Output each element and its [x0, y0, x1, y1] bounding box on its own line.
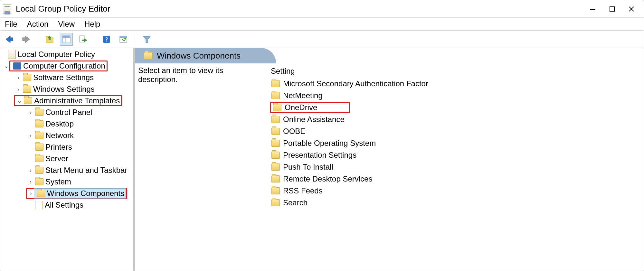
- settings-list-item[interactable]: Push To Install: [270, 161, 640, 173]
- settings-list-item-label: NetMeeting: [283, 91, 323, 100]
- title-bar: Local Group Policy Editor: [0, 0, 644, 18]
- menu-file[interactable]: File: [5, 20, 17, 29]
- tree-server[interactable]: › Server: [0, 153, 133, 164]
- tree-computer-configuration[interactable]: ⌄ Computer Configuration: [0, 60, 133, 72]
- annotation-highlight: ⌄ Administrative Templates: [14, 95, 122, 106]
- folder-icon: [273, 104, 281, 111]
- settings-list-item[interactable]: RSS Feeds: [270, 185, 640, 197]
- settings-list-item[interactable]: OOBE: [270, 125, 640, 137]
- back-button[interactable]: [3, 33, 16, 46]
- details-pane: Windows Components Select an item to vie…: [135, 48, 644, 271]
- tree-printers[interactable]: › Printers: [0, 141, 133, 153]
- toolbar: ?: [0, 31, 644, 48]
- tree-software-settings[interactable]: › Software Settings: [0, 72, 133, 83]
- settings-list-item[interactable]: Remote Desktop Services: [270, 173, 640, 185]
- expander-icon[interactable]: ›: [27, 167, 34, 174]
- settings-list-item[interactable]: Online Assistance: [270, 113, 640, 125]
- expander-icon[interactable]: ›: [27, 109, 34, 116]
- folder-icon: [35, 109, 43, 116]
- window-title: Local Group Policy Editor: [16, 4, 110, 14]
- help-button[interactable]: ?: [100, 33, 113, 46]
- expander-icon[interactable]: ›: [27, 179, 34, 185]
- settings-list-item[interactable]: NetMeeting: [270, 89, 640, 101]
- annotation-highlight: › Windows Components: [26, 188, 127, 199]
- settings-list-item[interactable]: Presentation Settings: [270, 149, 640, 161]
- settings-list-item-label: Online Assistance: [283, 115, 345, 124]
- svg-rect-17: [120, 36, 127, 38]
- tree-administrative-templates[interactable]: ⌄ Administrative Templates: [0, 95, 133, 107]
- tree-windows-settings[interactable]: › Windows Settings: [0, 83, 133, 95]
- show-hide-tree-button[interactable]: [60, 33, 73, 46]
- settings-list-header: Setting: [270, 66, 640, 78]
- folder-icon: [23, 74, 31, 81]
- filter-button[interactable]: [140, 33, 153, 46]
- expander-icon[interactable]: ⌄: [3, 62, 9, 70]
- settings-list-item[interactable]: OneDrive: [270, 101, 640, 113]
- description-text: Select an item to view its description.: [138, 66, 264, 84]
- expander-icon[interactable]: ›: [27, 132, 34, 139]
- tree-network[interactable]: › Network: [0, 130, 133, 141]
- tree-windows-components[interactable]: › Windows Components: [0, 188, 133, 199]
- maximize-button[interactable]: [602, 2, 622, 16]
- folder-icon: [24, 97, 32, 104]
- settings-list-item-label: Microsoft Secondary Authentication Facto…: [283, 79, 428, 88]
- tree-all-settings[interactable]: › All Settings: [0, 199, 133, 211]
- settings-list-item-label: Search: [283, 198, 308, 207]
- settings-list-item-label: OOBE: [283, 127, 305, 136]
- close-button[interactable]: [622, 2, 641, 16]
- settings-list-item-label: Presentation Settings: [283, 151, 356, 160]
- folder-icon: [37, 190, 45, 197]
- folder-icon: [271, 164, 280, 171]
- annotation-highlight: Computer Configuration: [9, 61, 108, 71]
- tree-control-panel[interactable]: › Control Panel: [0, 107, 133, 118]
- menu-action[interactable]: Action: [27, 20, 49, 29]
- settings-list-item[interactable]: Portable Operating System: [270, 137, 640, 149]
- tree-start-menu-and-taskbar[interactable]: › Start Menu and Taskbar: [0, 164, 133, 176]
- tree-desktop[interactable]: › Desktop: [0, 118, 133, 130]
- forward-button[interactable]: [20, 33, 33, 46]
- folder-icon: [23, 86, 31, 93]
- policy-document-icon: [8, 50, 16, 59]
- description-column: Select an item to view its description.: [135, 66, 267, 271]
- folder-icon: [35, 120, 43, 127]
- folder-icon: [271, 128, 280, 135]
- settings-list-item[interactable]: Search: [270, 197, 640, 209]
- settings-list[interactable]: Setting Microsoft Secondary Authenticati…: [267, 66, 644, 271]
- expander-icon[interactable]: ⌄: [16, 97, 23, 104]
- expander-icon[interactable]: ›: [15, 74, 22, 81]
- folder-icon: [271, 152, 280, 159]
- folder-icon: [271, 140, 280, 147]
- details-header-title: Windows Components: [157, 51, 241, 61]
- content-area: ▾ Local Computer Policy ⌄ Computer Confi…: [0, 48, 644, 271]
- tree-root[interactable]: ▾ Local Computer Policy: [0, 49, 133, 60]
- folder-icon: [271, 80, 280, 87]
- expander-icon[interactable]: ›: [28, 190, 34, 197]
- export-list-button[interactable]: [77, 33, 90, 46]
- minimize-button[interactable]: [583, 2, 602, 16]
- expander-icon[interactable]: ›: [15, 86, 22, 93]
- settings-list-item-label: RSS Feeds: [283, 186, 323, 195]
- all-settings-icon: [35, 201, 43, 209]
- computer-icon: [13, 62, 21, 70]
- folder-icon: [271, 199, 280, 206]
- settings-list-item-label: Remote Desktop Services: [283, 174, 372, 183]
- properties-button[interactable]: [117, 33, 130, 46]
- menu-help[interactable]: Help: [84, 20, 100, 29]
- up-folder-button[interactable]: [43, 33, 56, 46]
- folder-icon: [35, 144, 43, 151]
- svg-text:?: ?: [105, 36, 108, 43]
- tree-system[interactable]: › System: [0, 176, 133, 188]
- annotation-highlight: OneDrive: [270, 102, 350, 113]
- menu-bar: File Action View Help: [0, 18, 644, 31]
- folder-icon: [35, 167, 43, 174]
- tree-pane[interactable]: ▾ Local Computer Policy ⌄ Computer Confi…: [0, 48, 135, 271]
- settings-list-item[interactable]: Microsoft Secondary Authentication Facto…: [270, 78, 640, 89]
- folder-icon: [144, 52, 152, 59]
- settings-list-item-label: Portable Operating System: [283, 139, 376, 148]
- svg-marker-4: [6, 36, 13, 43]
- settings-list-item-label: OneDrive: [285, 103, 317, 112]
- folder-icon: [271, 92, 280, 99]
- folder-icon: [35, 155, 43, 162]
- menu-view[interactable]: View: [58, 20, 75, 29]
- folder-icon: [271, 175, 280, 182]
